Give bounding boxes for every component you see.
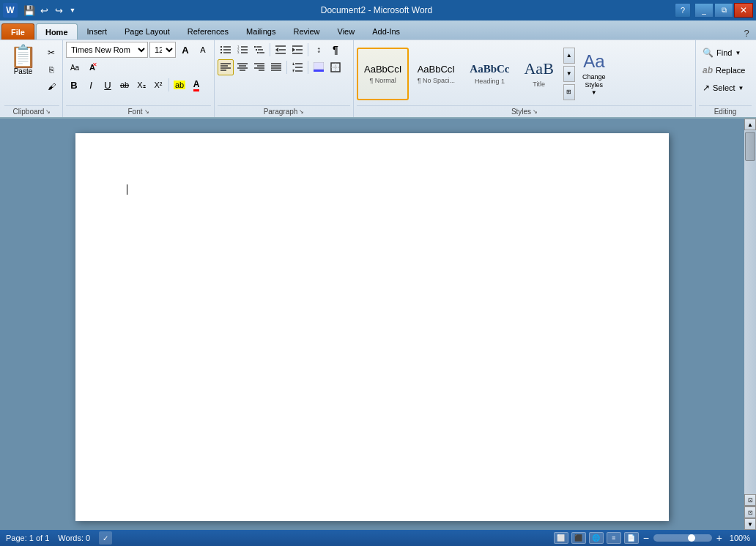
svg-rect-12 xyxy=(254,46,256,48)
font-grow-button[interactable]: A xyxy=(177,42,193,58)
tab-insert[interactable]: Insert xyxy=(78,23,116,40)
zoom-slider[interactable] xyxy=(653,534,712,542)
document-scroll-area[interactable] xyxy=(0,119,744,530)
paste-button[interactable]: 📋 Paste xyxy=(4,42,42,79)
select-label: Select xyxy=(713,83,735,92)
font-color-button[interactable]: A xyxy=(188,77,204,93)
customize-qa-button[interactable]: ▼ xyxy=(67,4,78,17)
change-styles-button[interactable]: Aа ChangeStyles ▼ xyxy=(577,48,612,100)
quick-access-toolbar: 💾 ↩ ↪ ▼ xyxy=(23,4,78,17)
proofread-icon[interactable]: ✓ xyxy=(99,531,112,545)
view-web-button[interactable]: 🌐 xyxy=(589,532,604,544)
change-styles-icon: Aа xyxy=(583,51,604,72)
shading-button[interactable] xyxy=(311,59,327,75)
replace-button[interactable]: ab Replace xyxy=(699,62,752,78)
line-spacing-button[interactable] xyxy=(289,59,305,75)
styles-scroll-down[interactable]: ▼ xyxy=(563,66,575,82)
paste-icon: 📋 xyxy=(10,45,37,67)
superscript-button[interactable]: X² xyxy=(150,77,166,93)
style-normal[interactable]: AaBbCcI ¶ Normal xyxy=(357,48,409,100)
font-size-select[interactable]: 12 xyxy=(149,42,176,58)
redo-button[interactable]: ↪ xyxy=(52,4,65,17)
align-right-button[interactable] xyxy=(251,59,267,75)
view-draft-button[interactable]: 📄 xyxy=(624,532,639,544)
tab-home[interactable]: Home xyxy=(36,23,78,40)
align-left-button[interactable] xyxy=(218,59,234,75)
justify-button[interactable] xyxy=(268,59,284,75)
zoom-level[interactable]: 100% xyxy=(727,534,750,542)
change-case-button[interactable]: Aa xyxy=(66,59,84,75)
text-highlight-button[interactable]: ab xyxy=(171,77,188,93)
format-painter-button[interactable]: 🖌 xyxy=(43,78,59,94)
status-left: Page: 1 of 1 Words: 0 ✓ xyxy=(6,531,112,545)
style-nospace-label: ¶ No Spaci... xyxy=(418,77,455,84)
decrease-indent-button[interactable] xyxy=(273,42,289,58)
clear-format-button[interactable]: A✕ xyxy=(84,59,100,75)
style-heading1[interactable]: AaBbCc Heading 1 xyxy=(463,48,516,100)
scroll-page-down-button[interactable]: ⊡ xyxy=(744,506,756,518)
svg-marker-18 xyxy=(275,48,278,52)
strikethrough-button[interactable]: ab xyxy=(116,77,133,93)
underline-button[interactable]: U xyxy=(100,77,116,93)
styles-gallery-expand[interactable]: ⊞ xyxy=(563,84,575,100)
tab-review[interactable]: Review xyxy=(284,23,328,40)
paragraph-expand-icon[interactable]: ↘ xyxy=(299,108,304,115)
paragraph-group-label: Paragraph ↘ xyxy=(218,105,350,117)
show-marks-button[interactable]: ¶ xyxy=(327,42,344,58)
font-group-label: Font ↘ xyxy=(66,105,211,117)
tab-addins[interactable]: Add-Ins xyxy=(363,23,409,40)
ribbon-help-icon[interactable]: ? xyxy=(740,26,753,40)
minimize-button[interactable]: _ xyxy=(694,3,714,18)
help-button[interactable]: ? xyxy=(675,3,691,18)
view-print-button[interactable]: ⬜ xyxy=(554,532,568,544)
borders-button[interactable] xyxy=(327,59,344,75)
restore-button[interactable]: ⧉ xyxy=(714,3,733,18)
tab-view[interactable]: View xyxy=(329,23,364,40)
scroll-page-up-button[interactable]: ⊡ xyxy=(744,494,756,506)
font-expand-icon[interactable]: ↘ xyxy=(144,108,149,115)
multilevel-button[interactable] xyxy=(251,42,267,58)
align-center-button[interactable] xyxy=(234,59,251,75)
bullets-button[interactable] xyxy=(218,42,234,58)
document-area: ▲ ⊡ ⊡ ▼ xyxy=(0,119,756,530)
find-button[interactable]: 🔍 Find ▼ xyxy=(699,45,752,61)
copy-button[interactable]: ⎘ xyxy=(43,61,59,78)
vertical-scrollbar[interactable]: ▲ ⊡ ⊡ ▼ xyxy=(744,119,756,530)
ribbon-tab-bar: File Home Insert Page Layout References … xyxy=(0,20,756,40)
view-outline-button[interactable]: ≡ xyxy=(607,532,621,544)
italic-button[interactable]: I xyxy=(83,77,99,93)
style-nospace[interactable]: AaBbCcI ¶ No Spaci... xyxy=(410,48,462,100)
increase-indent-button[interactable] xyxy=(289,42,305,58)
cut-button[interactable]: ✂ xyxy=(43,45,59,61)
tab-references[interactable]: References xyxy=(179,23,237,40)
document-page[interactable] xyxy=(75,133,669,521)
font-shrink-button[interactable]: A xyxy=(195,42,211,58)
undo-button[interactable]: ↩ xyxy=(37,4,51,17)
zoom-out-button[interactable]: − xyxy=(642,532,651,544)
font-name-select[interactable]: Times New Rom xyxy=(66,42,148,58)
bold-button[interactable]: B xyxy=(66,77,82,93)
scroll-up-button[interactable]: ▲ xyxy=(744,119,756,130)
tab-file[interactable]: File xyxy=(1,23,34,40)
styles-expand-icon[interactable]: ↘ xyxy=(533,108,538,115)
scroll-thumb[interactable] xyxy=(745,132,755,161)
svg-rect-4 xyxy=(220,52,222,53)
sort-button[interactable]: ↕ xyxy=(311,42,327,58)
close-button[interactable]: ✕ xyxy=(734,3,753,18)
styles-scroll-up[interactable]: ▲ xyxy=(563,48,575,64)
word-count: Words: 0 xyxy=(58,534,90,542)
style-title-label: Title xyxy=(533,81,545,88)
save-button[interactable]: 💾 xyxy=(23,4,36,17)
numbering-button[interactable]: 1.2.3. xyxy=(234,42,251,58)
clipboard-expand-icon[interactable]: ↘ xyxy=(45,108,51,115)
tab-page-layout[interactable]: Page Layout xyxy=(116,23,179,40)
tab-mailings[interactable]: Mailings xyxy=(237,23,284,40)
zoom-in-button[interactable]: + xyxy=(715,532,724,544)
select-button[interactable]: ↗ Select ▼ xyxy=(699,80,752,96)
view-fullscreen-button[interactable]: ⬛ xyxy=(571,532,586,544)
style-title[interactable]: AaB Title xyxy=(517,48,560,100)
find-label: Find xyxy=(716,48,732,57)
replace-icon: ab xyxy=(703,65,713,75)
scroll-down-button[interactable]: ▼ xyxy=(744,518,756,530)
subscript-button[interactable]: X₂ xyxy=(133,77,149,93)
